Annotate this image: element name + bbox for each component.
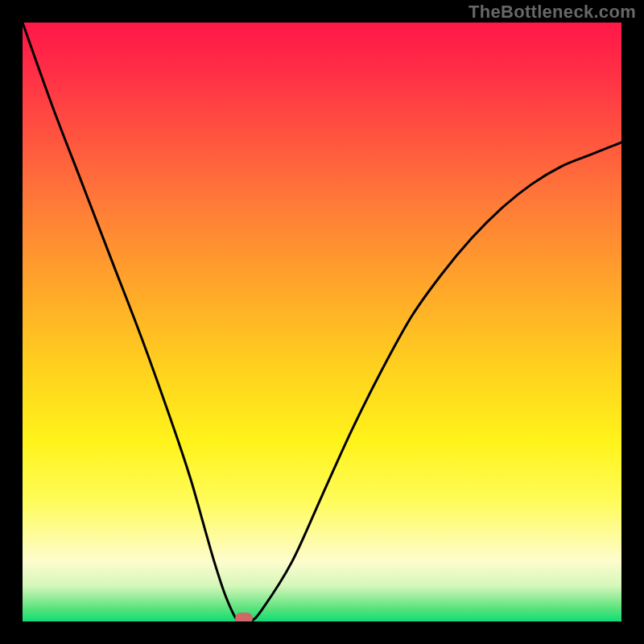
plot-area [23,23,621,621]
watermark-text: TheBottleneck.com [469,2,636,23]
chart-frame: TheBottleneck.com [0,0,644,644]
minimum-marker [235,613,253,621]
bottleneck-curve [23,23,621,621]
curve-svg [23,23,621,621]
